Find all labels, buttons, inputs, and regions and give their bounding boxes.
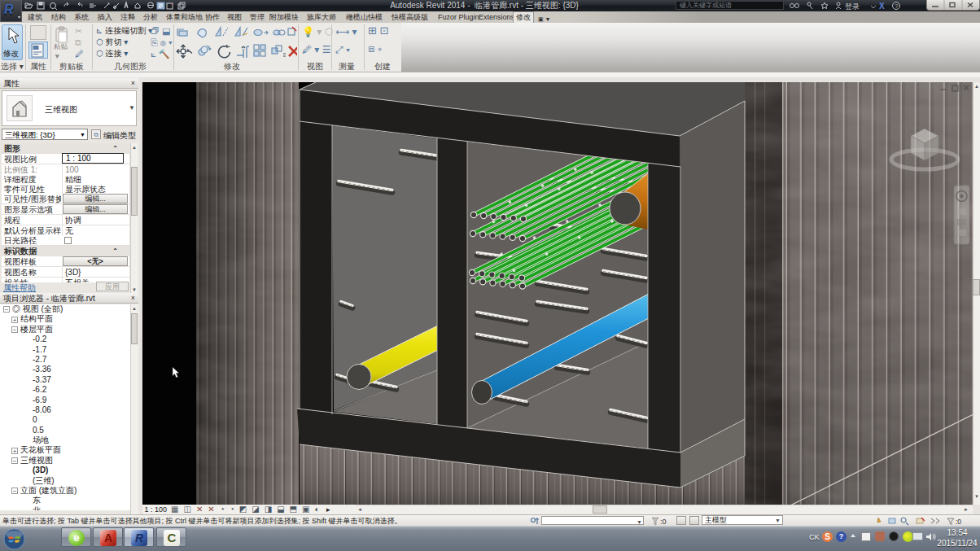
svg-text::0: :0 bbox=[956, 518, 961, 526]
svg-text:登录: 登录 bbox=[845, 2, 860, 11]
svg-text:X: X bbox=[879, 2, 885, 11]
svg-text:?: ? bbox=[895, 2, 899, 10]
svg-text::0: :0 bbox=[660, 518, 667, 526]
